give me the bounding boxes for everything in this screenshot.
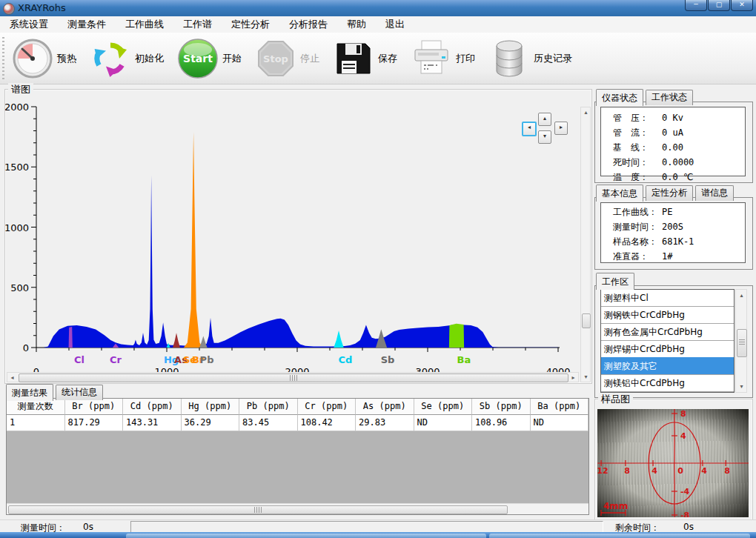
print-button[interactable]: 打印 bbox=[411, 38, 475, 79]
work-area-item-5[interactable]: 测镁铝中CrCdPbHg bbox=[600, 374, 735, 392]
scroll-up-icon[interactable]: ▴ bbox=[737, 290, 746, 300]
column-header-1[interactable]: Br (ppm) bbox=[65, 399, 124, 415]
table-cell[interactable]: 29.83 bbox=[356, 415, 414, 431]
menu-item-1[interactable]: 测量条件 bbox=[58, 16, 116, 33]
series-Cl-marker bbox=[69, 327, 73, 348]
chart-h-scroll-thumb[interactable] bbox=[19, 373, 568, 382]
pan-left-button[interactable]: ◂ bbox=[522, 122, 537, 136]
work-area-scrollbar[interactable]: ▴ ▾ bbox=[735, 289, 747, 393]
pan-up-button[interactable]: ▴ bbox=[538, 113, 551, 126]
taskbar-button[interactable] bbox=[489, 534, 750, 538]
info-value: 1# bbox=[662, 251, 672, 262]
column-header-4[interactable]: Pb (ppm) bbox=[239, 399, 298, 415]
instrument-status-tab-0[interactable]: 仪器状态 bbox=[596, 89, 643, 106]
basic-info-tab-1[interactable]: 定性分析 bbox=[646, 185, 693, 201]
history-button[interactable]: 历史记录 bbox=[488, 38, 572, 79]
spectrum-group-label: 谱图 bbox=[8, 83, 33, 96]
initialize-button[interactable]: 初始化 bbox=[90, 38, 164, 79]
results-h-scrollbar[interactable] bbox=[7, 503, 588, 514]
menu-item-4[interactable]: 定性分析 bbox=[222, 16, 279, 33]
work-area-item-1[interactable]: 测钢铁中CrCdPbHg bbox=[600, 306, 735, 324]
table-row[interactable]: 1817.29143.3136.2983.45108.4229.83ND108.… bbox=[7, 415, 588, 431]
work-area-tab[interactable]: 工作区 bbox=[596, 273, 634, 290]
column-header-0[interactable]: 测量次数 bbox=[7, 399, 65, 415]
scale-label: 4mm bbox=[603, 501, 628, 511]
scroll-right-icon[interactable]: ▸ bbox=[568, 373, 578, 382]
chart-v-scroll-thumb[interactable] bbox=[582, 313, 591, 328]
table-cell[interactable]: 143.31 bbox=[123, 415, 182, 431]
info-row: 死时间：0.0000 bbox=[601, 155, 745, 170]
preheat-button[interactable]: 预热 bbox=[12, 38, 76, 79]
work-area-item-3[interactable]: 测焊锡中CrCdPbHg bbox=[600, 340, 735, 358]
info-row: 样品名称：681K-1 bbox=[601, 234, 745, 249]
info-label: 测量时间： bbox=[613, 221, 662, 233]
table-cell[interactable]: 108.42 bbox=[298, 415, 357, 431]
spectrum-groupbox: 谱图 050010001500200001000200030004000ClCr… bbox=[4, 89, 592, 384]
menu-item-0[interactable]: 系统设置 bbox=[0, 16, 58, 33]
minimize-button[interactable]: ─ bbox=[685, 0, 707, 11]
scroll-down-icon[interactable]: ▾ bbox=[737, 382, 746, 391]
window-controls: ─▢✕ bbox=[685, 0, 753, 11]
element-label-Ba: Ba bbox=[457, 354, 471, 365]
history-label: 历史记录 bbox=[534, 52, 572, 65]
stop-icon: Stop bbox=[255, 38, 296, 79]
start-button[interactable]: Start开始 bbox=[177, 38, 242, 79]
series-Cd-peak bbox=[334, 331, 343, 348]
info-label: 工作曲线： bbox=[613, 206, 662, 219]
stop-label: 停止 bbox=[300, 52, 319, 65]
menu-item-3[interactable]: 工作谱 bbox=[173, 16, 222, 33]
work-area-tabstrip: 工作区 bbox=[596, 272, 637, 289]
basic-info-panel: 工作曲线：PE测量时间：200S样品名称：681K-1准直器：1# bbox=[600, 202, 746, 263]
taskbar-button[interactable] bbox=[126, 534, 486, 538]
column-header-8[interactable]: Sb (ppm) bbox=[472, 399, 531, 415]
scroll-up-icon[interactable]: ▴ bbox=[581, 107, 591, 117]
work-area-item-2[interactable]: 测有色金属中CrCdPbHg bbox=[600, 323, 735, 341]
column-header-2[interactable]: Cd (ppm) bbox=[123, 399, 182, 415]
results-scroll-thumb[interactable] bbox=[8, 505, 508, 514]
sample-image-groupbox: 样品图 128404884-4-84mm bbox=[594, 399, 753, 522]
scroll-left-icon[interactable]: ◂ bbox=[7, 373, 17, 382]
table-cell[interactable]: 36.29 bbox=[182, 415, 240, 431]
column-header-7[interactable]: Se (ppm) bbox=[414, 399, 473, 415]
results-tab-0[interactable]: 测量结果 bbox=[6, 384, 53, 401]
reticle-v-label: 4 bbox=[680, 431, 686, 441]
work-area-item-4[interactable]: 测塑胶及其它 bbox=[600, 357, 735, 375]
column-header-6[interactable]: As (ppm) bbox=[356, 399, 414, 415]
column-header-3[interactable]: Hg (ppm) bbox=[182, 399, 240, 415]
table-cell[interactable]: 817.29 bbox=[65, 415, 124, 431]
series-Pb-peak bbox=[199, 336, 208, 348]
table-cell[interactable]: 108.96 bbox=[472, 415, 531, 431]
close-button[interactable]: ✕ bbox=[731, 0, 753, 11]
table-cell[interactable]: ND bbox=[531, 415, 589, 431]
work-area-scroll-thumb[interactable] bbox=[737, 329, 747, 357]
results-tab-1[interactable]: 统计信息 bbox=[56, 385, 103, 400]
work-area-item-0[interactable]: 测塑料中Cl bbox=[600, 289, 735, 307]
table-cell[interactable]: ND bbox=[414, 415, 473, 431]
chart-v-scrollbar[interactable]: ▴ ▾ bbox=[580, 107, 591, 382]
reticle-h-label: 4 bbox=[651, 466, 657, 476]
scroll-down-icon[interactable]: ▾ bbox=[581, 372, 591, 382]
column-header-5[interactable]: Cr (ppm) bbox=[298, 399, 357, 415]
chart-h-scrollbar[interactable]: ◂ ▸ bbox=[7, 372, 579, 382]
table-cell[interactable]: 1 bbox=[7, 415, 65, 431]
element-label-Cr: Cr bbox=[110, 354, 122, 365]
stop-button[interactable]: Stop停止 bbox=[255, 38, 319, 79]
menu-item-6[interactable]: 帮助 bbox=[337, 16, 376, 33]
menu-item-5[interactable]: 分析报告 bbox=[279, 16, 337, 33]
basic-info-tab-2[interactable]: 谱信息 bbox=[695, 185, 734, 201]
spectrum-chart: 050010001500200001000200030004000ClCrHgA… bbox=[5, 90, 591, 383]
menu-item-7[interactable]: 退出 bbox=[376, 16, 414, 33]
basic-info-tabstrip: 基本信息定性分析谱信息 bbox=[596, 184, 736, 201]
menu-item-2[interactable]: 工作曲线 bbox=[116, 16, 173, 33]
element-label-Cd: Cd bbox=[339, 354, 353, 365]
pan-right-button[interactable]: ▸ bbox=[554, 122, 568, 135]
table-cell[interactable]: 83.45 bbox=[239, 415, 298, 431]
column-header-9[interactable]: Ba (ppm) bbox=[531, 399, 589, 415]
pan-down-button[interactable]: ▾ bbox=[538, 130, 551, 144]
maximize-button[interactable]: ▢ bbox=[708, 0, 730, 11]
basic-info-tab-0[interactable]: 基本信息 bbox=[596, 185, 643, 202]
instrument-status-tab-1[interactable]: 工作状态 bbox=[646, 90, 693, 105]
save-button[interactable]: 保存 bbox=[333, 38, 397, 79]
database-icon bbox=[488, 38, 530, 79]
series-As-peak bbox=[173, 333, 180, 348]
